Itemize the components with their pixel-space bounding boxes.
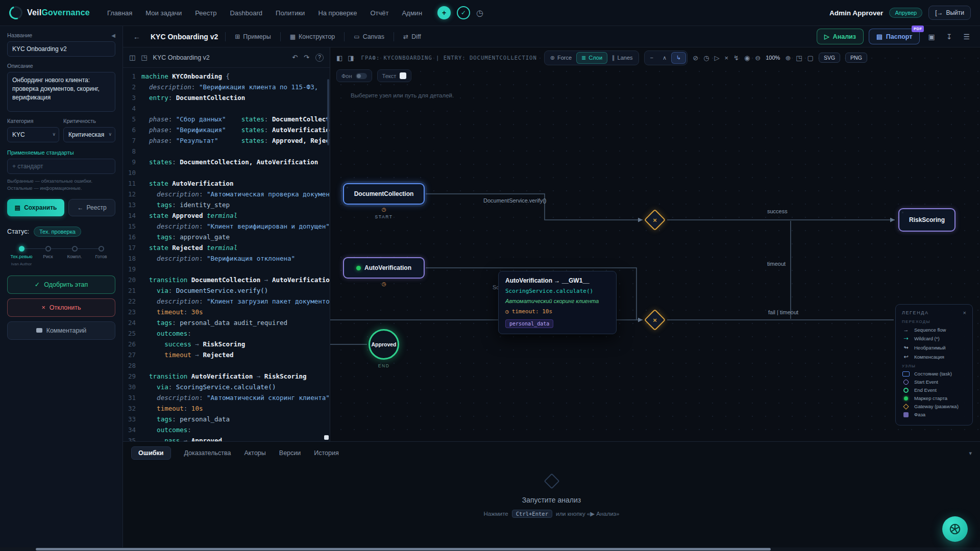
panel-toggle-icon[interactable]: ◫ — [129, 54, 135, 61]
standards-input[interactable] — [7, 159, 115, 174]
step-ready[interactable]: Готов — [88, 246, 114, 266]
lanes-mode-button[interactable]: ∥Lanes — [607, 53, 637, 63]
download-button[interactable]: ↧ — [943, 31, 955, 43]
registry-button[interactable]: ←Реестр — [68, 199, 115, 216]
comment-button[interactable]: Комментарий — [7, 321, 115, 340]
tab-history[interactable]: История — [314, 449, 338, 457]
force-mode-button[interactable]: ⊛Force — [546, 53, 576, 63]
export-png-button[interactable]: PNG — [845, 53, 867, 63]
panel-left-icon[interactable]: ◧ — [336, 54, 342, 62]
analysis-empty-state: Запустите анализ Нажмите Ctrl+Enter или … — [123, 463, 980, 551]
save-button[interactable]: ▤Сохранить — [7, 199, 64, 216]
gateway-shape-icon — [903, 404, 909, 409]
floating-action-button[interactable] — [942, 516, 968, 542]
step-compliance[interactable]: Компл. — [61, 246, 88, 266]
edge-label-verify[interactable]: DocumentService.verify() — [483, 197, 546, 204]
redo-icon[interactable]: ↷ — [304, 54, 309, 61]
edge-label-timeout[interactable]: timeout — [767, 261, 786, 267]
settings-button[interactable]: ☰ — [960, 31, 973, 43]
collapse-panel-icon[interactable]: ▾ — [969, 450, 972, 457]
zoom-in-icon[interactable]: ⊕ — [785, 54, 791, 62]
step-dot — [45, 246, 51, 252]
node-approved[interactable]: Approved — [369, 329, 399, 360]
wildcard-arrow-icon: ⇢ — [902, 335, 910, 342]
zoom-out-icon[interactable]: ⊖ — [755, 54, 761, 62]
main-nav: Главная Мои задачи Реестр Dashboard Поли… — [107, 9, 422, 17]
text-color-control[interactable]: Текст — [377, 69, 412, 82]
graph-canvas[interactable]: ◧ ◨ ГРАФ: KYCONBOARDING | ENTRY: DOCUMEN… — [330, 47, 980, 441]
timer-icon[interactable]: ◷ — [703, 54, 709, 62]
play-simulation-icon[interactable]: ▷ — [714, 54, 719, 62]
legend-item-task: Состояние (task) — [902, 371, 966, 377]
nav-item-registry[interactable]: Реестр — [195, 9, 216, 17]
minus-button[interactable]: − — [646, 53, 658, 63]
analyze-button[interactable]: ▷Анализ — [817, 29, 864, 44]
layout-mode-group: ⊛Force ≣Слои ∥Lanes — [544, 51, 639, 65]
node-risk-scoring[interactable]: ▫ RiskScoring — [898, 208, 955, 232]
legend-item-start-marker: Маркер старта — [902, 395, 966, 401]
description-textarea[interactable]: Онбординг нового клиента: проверка докум… — [7, 72, 115, 112]
diff-button[interactable]: ⇄Diff — [398, 30, 426, 43]
nav-item-report[interactable]: Отчёт — [370, 9, 388, 17]
passport-button[interactable]: ▤ПаспортPDF — [869, 29, 920, 44]
node-document-collection[interactable]: ▫ DocumentCollection — [343, 183, 425, 205]
category-select[interactable]: KYC∨ — [7, 127, 59, 142]
edge-label-success[interactable]: success — [767, 208, 788, 214]
panel-right-icon[interactable]: ◨ — [348, 54, 354, 62]
graph-edges — [330, 47, 980, 441]
back-button[interactable]: ← — [130, 31, 143, 43]
name-input[interactable] — [7, 41, 115, 57]
nav-item-home[interactable]: Главная — [107, 9, 132, 17]
editor-vertical-scrollbar[interactable] — [327, 79, 329, 145]
fullscreen-icon[interactable]: ▢ — [807, 54, 814, 62]
toggle-switch — [356, 73, 367, 79]
code-editor[interactable]: 1234567891011121314151617181920212223242… — [123, 68, 330, 441]
create-button[interactable]: + — [437, 6, 451, 19]
nav-item-policies[interactable]: Политики — [276, 9, 305, 17]
actors-icon[interactable]: ◉ — [744, 54, 750, 62]
tab-versions[interactable]: Версии — [279, 449, 301, 457]
verify-status-button[interactable]: ✓ — [457, 6, 470, 19]
nav-item-admin[interactable]: Админ — [402, 9, 422, 17]
step-tech-review[interactable]: Тех.ревью Ivan Author — [8, 246, 35, 266]
edge-label-fail-timeout[interactable]: fail | timeout — [768, 309, 798, 315]
reject-button[interactable]: ×Отклонить — [7, 298, 115, 317]
help-icon[interactable]: ? — [315, 54, 324, 62]
snapshot-button[interactable]: ▣ — [925, 31, 938, 43]
layers-mode-button[interactable]: ≣Слои — [576, 52, 607, 64]
canvas-button[interactable]: ▭Canvas — [349, 30, 389, 43]
node-auto-verification[interactable]: AutoVerification — [343, 257, 425, 279]
curve-button[interactable]: ∧ — [658, 53, 671, 63]
tab-actors[interactable]: Акторы — [244, 449, 265, 457]
legend-close-icon[interactable]: × — [963, 310, 966, 316]
collapse-sidebar-icon[interactable]: ◀ — [111, 33, 115, 38]
nav-item-dashboard[interactable]: Dashboard — [230, 9, 262, 17]
scrollbar-thumb[interactable] — [36, 548, 771, 550]
bottom-panel: Ошибки Доказательства Акторы Версии Исто… — [123, 441, 980, 551]
bolt-icon[interactable]: ↯ — [733, 54, 739, 62]
expand-icon[interactable]: ◳ — [141, 54, 147, 61]
history-clock-icon[interactable]: ◷ — [476, 8, 483, 18]
approve-stage-button[interactable]: ✓Одобрить этап — [7, 276, 115, 294]
constructor-button[interactable]: ▦Конструктор — [285, 30, 340, 43]
logout-button[interactable]: [→Выйти — [928, 6, 971, 20]
logo[interactable]: VeilGovernance — [9, 6, 90, 19]
nav-item-review[interactable]: На проверке — [318, 9, 357, 17]
fit-view-icon[interactable]: ◳ — [796, 54, 802, 62]
step-risk[interactable]: Риск — [35, 246, 61, 266]
orthogonal-button[interactable]: ↳ — [671, 52, 686, 64]
document-header: ← KYC Onboarding v2 ⊞Примеры ▦Конструкто… — [123, 26, 980, 47]
role-badge: Апрувер — [889, 8, 922, 18]
lock-icon[interactable]: ⊘ — [693, 54, 698, 62]
export-svg-button[interactable]: SVG — [819, 53, 840, 63]
clear-icon[interactable]: × — [724, 54, 728, 62]
background-toggle[interactable]: Фон — [336, 69, 372, 82]
undo-icon[interactable]: ↶ — [292, 54, 298, 61]
criticality-select[interactable]: Критическая∨ — [63, 127, 115, 142]
editor-scroll-thumb[interactable] — [324, 435, 329, 440]
tab-errors[interactable]: Ошибки — [131, 446, 171, 460]
examples-button[interactable]: ⊞Примеры — [230, 30, 276, 43]
tab-evidence[interactable]: Доказательства — [184, 449, 231, 457]
nav-item-my-tasks[interactable]: Мои задачи — [145, 9, 182, 17]
horizontal-scrollbar[interactable] — [0, 547, 980, 551]
